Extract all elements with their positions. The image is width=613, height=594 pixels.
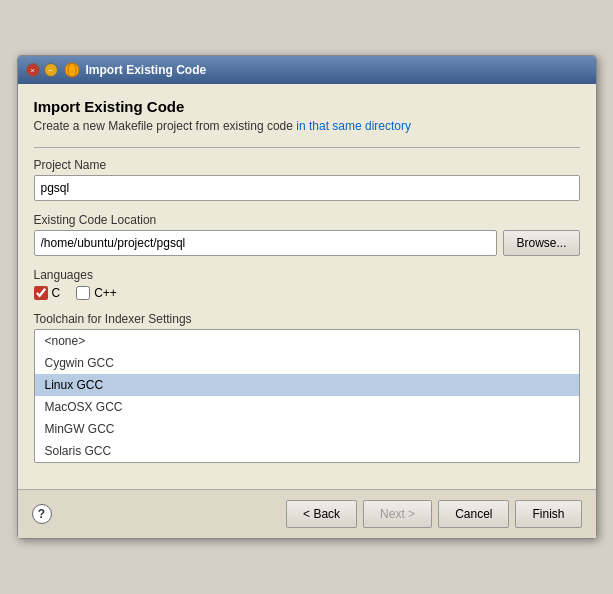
minimize-icon: − xyxy=(48,66,53,75)
code-location-input-row: Browse... xyxy=(34,230,580,256)
page-title: Import Existing Code xyxy=(34,98,580,115)
project-name-input[interactable] xyxy=(34,175,580,201)
code-location-group: Existing Code Location Browse... xyxy=(34,213,580,256)
cpp-language-item[interactable]: C++ xyxy=(76,286,117,300)
next-button[interactable]: Next > xyxy=(363,500,432,528)
app-icon xyxy=(64,62,80,78)
toolchain-list: <none> Cygwin GCC Linux GCC MacOSX GCC M… xyxy=(34,329,580,463)
toolchain-item-mingw[interactable]: MinGW GCC xyxy=(35,418,579,440)
toolchain-item-cygwin[interactable]: Cygwin GCC xyxy=(35,352,579,374)
dialog-window: × − Import Existing Code Import Existing… xyxy=(17,55,597,539)
minimize-button[interactable]: − xyxy=(44,63,58,77)
project-name-label: Project Name xyxy=(34,158,580,172)
titlebar: × − Import Existing Code xyxy=(18,56,596,84)
toolchain-item-linux[interactable]: Linux GCC xyxy=(35,374,579,396)
help-icon: ? xyxy=(38,507,45,521)
dialog-footer: ? < Back Next > Cancel Finish xyxy=(18,489,596,538)
footer-left: ? xyxy=(32,504,52,524)
toolchain-label: Toolchain for Indexer Settings xyxy=(34,312,580,326)
window-title: Import Existing Code xyxy=(86,63,207,77)
toolchain-section: Toolchain for Indexer Settings <none> Cy… xyxy=(34,312,580,463)
header-divider xyxy=(34,147,580,148)
close-icon: × xyxy=(30,66,35,75)
toolchain-item-none[interactable]: <none> xyxy=(35,330,579,352)
page-subtitle: Create a new Makefile project from exist… xyxy=(34,119,580,133)
toolchain-item-macosx[interactable]: MacOSX GCC xyxy=(35,396,579,418)
browse-button[interactable]: Browse... xyxy=(503,230,579,256)
cpp-label: C++ xyxy=(94,286,117,300)
code-location-label: Existing Code Location xyxy=(34,213,580,227)
cancel-button[interactable]: Cancel xyxy=(438,500,509,528)
close-button[interactable]: × xyxy=(26,63,40,77)
page-header: Import Existing Code Create a new Makefi… xyxy=(34,98,580,133)
toolchain-item-solaris[interactable]: Solaris GCC xyxy=(35,440,579,462)
c-checkbox[interactable] xyxy=(34,286,48,300)
help-button[interactable]: ? xyxy=(32,504,52,524)
back-button[interactable]: < Back xyxy=(286,500,357,528)
c-label: C xyxy=(52,286,61,300)
finish-button[interactable]: Finish xyxy=(515,500,581,528)
window-controls: × − xyxy=(26,63,58,77)
subtitle-text-start: Create a new Makefile project from exist… xyxy=(34,119,297,133)
languages-checkboxes: C C++ xyxy=(34,286,580,300)
svg-point-0 xyxy=(65,63,79,77)
subtitle-link[interactable]: in that same directory xyxy=(296,119,411,133)
c-language-item[interactable]: C xyxy=(34,286,61,300)
code-location-input[interactable] xyxy=(34,230,498,256)
languages-label: Languages xyxy=(34,268,580,282)
project-name-group: Project Name xyxy=(34,158,580,201)
languages-section: Languages C C++ xyxy=(34,268,580,300)
content-area: Import Existing Code Create a new Makefi… xyxy=(18,84,596,489)
footer-buttons: < Back Next > Cancel Finish xyxy=(286,500,581,528)
cpp-checkbox[interactable] xyxy=(76,286,90,300)
